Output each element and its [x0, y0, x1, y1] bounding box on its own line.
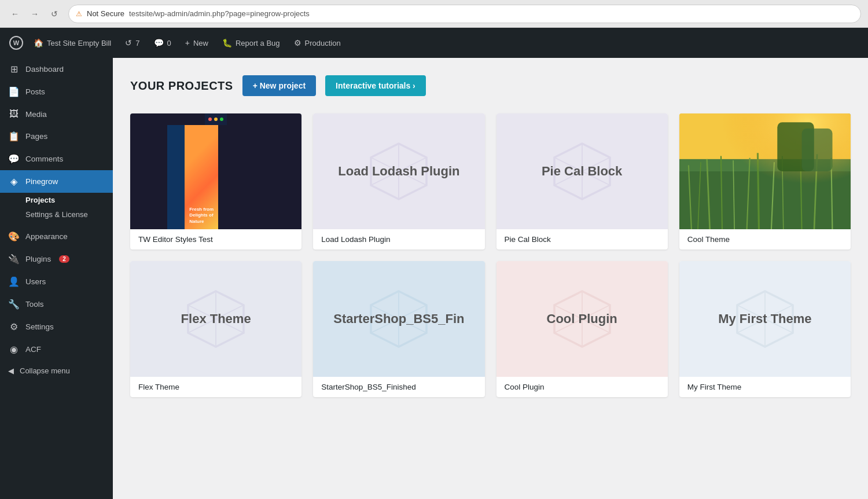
media-icon: 🖼 — [8, 109, 20, 119]
sidebar-item-comments[interactable]: 💬 Comments — [0, 148, 113, 170]
collapse-menu-item[interactable]: ◀ Collapse menu — [0, 361, 113, 381]
editor-sidebar-mini — [167, 125, 185, 229]
sidebar-item-pinegrow[interactable]: ◈ Pinegrow — [0, 170, 113, 193]
project-card-pie-cal[interactable]: Pie Cal Block Pie Cal Block — [496, 113, 668, 250]
sidebar-item-users[interactable]: 👤 Users — [0, 270, 113, 293]
sidebar-label-pinegrow: Pinegrow — [25, 177, 58, 186]
dot-green — [220, 118, 223, 121]
project-card-tw-editor[interactable]: Fresh fromDelights ofNature TW Editor St… — [130, 113, 301, 250]
sidebar-item-acf[interactable]: ◉ ACF — [0, 338, 113, 361]
report-bug-item[interactable]: 🐛 Report a Bug — [215, 28, 287, 58]
page-title: YOUR PROJECTS — [130, 79, 233, 93]
updates-item[interactable]: ↺ 7 — [118, 28, 146, 58]
project-card-flex-theme[interactable]: Flex Theme Flex Theme — [130, 261, 301, 397]
production-label: Production — [305, 39, 341, 47]
project-thumbnail-my-first-theme: My First Theme — [679, 261, 851, 377]
sidebar-label-media: Media — [25, 110, 47, 119]
project-card-starter-shop[interactable]: StarterShop_BS5_Fin StarterShop_BS5_Fini… — [313, 261, 484, 397]
sidebar-label-users: Users — [25, 277, 46, 286]
sidebar-item-plugins[interactable]: 🔌 Plugins 2 — [0, 248, 113, 270]
new-project-label: + New project — [253, 81, 306, 90]
editor-right-mini — [218, 125, 264, 229]
project-label-cool-plugin: Cool Plugin — [496, 377, 668, 397]
project-title-overlay-starter: StarterShop_BS5_Fin — [333, 311, 464, 326]
plugins-icon: 🔌 — [8, 254, 20, 265]
plugins-badge: 2 — [59, 255, 69, 263]
project-card-cool-plugin[interactable]: Cool Plugin Cool Plugin — [496, 261, 668, 397]
sidebar-item-posts[interactable]: 📄 Posts — [0, 80, 113, 103]
posts-icon: 📄 — [8, 86, 20, 97]
project-label-tw-editor: TW Editor Styles Test — [130, 229, 301, 250]
project-thumbnail-cool-theme — [679, 113, 851, 229]
sub-label-settings: Settings & License — [25, 210, 88, 219]
project-card-my-first-theme[interactable]: My First Theme My First Theme — [679, 261, 851, 397]
project-label-load-lodash: Load Lodash Plugin — [313, 229, 484, 250]
wp-layout: ⊞ Dashboard 📄 Posts 🖼 Media 📋 Pages 💬 Co… — [0, 58, 868, 499]
project-label-starter-shop: StarterShop_BS5_Finished — [313, 377, 484, 397]
new-project-button[interactable]: + New project — [242, 75, 316, 96]
sidebar-item-dashboard[interactable]: ⊞ Dashboard — [0, 58, 113, 80]
security-icon: ⚠ — [76, 10, 82, 18]
project-title-overlay-cool-plugin: Cool Plugin — [547, 311, 617, 326]
project-label-flex-theme: Flex Theme — [130, 377, 301, 397]
projects-grid: Fresh fromDelights ofNature TW Editor St… — [130, 113, 851, 397]
project-title-overlay-lodash: Load Lodash Plugin — [338, 164, 459, 179]
sidebar-label-settings: Settings — [25, 322, 54, 331]
sub-item-projects[interactable]: Projects — [25, 193, 113, 207]
project-card-cool-theme[interactable]: Cool Theme — [679, 113, 851, 250]
url-text: testsite/wp-admin/admin.php?page=pinegro… — [129, 9, 310, 18]
pinegrow-submenu: Projects Settings & License — [0, 193, 113, 225]
pages-icon: 📋 — [8, 131, 20, 142]
editor-overlay-text: Fresh fromDelights ofNature — [189, 207, 214, 225]
editor-body: Fresh fromDelights ofNature — [167, 125, 264, 229]
wp-logo[interactable]: W — [6, 28, 27, 58]
address-bar[interactable]: ⚠ Not Secure testsite/wp-admin/admin.php… — [68, 5, 861, 23]
dashboard-icon: ⊞ — [8, 64, 20, 75]
plus-icon: + — [185, 38, 190, 47]
sidebar-item-appearance[interactable]: 🎨 Appearance — [0, 225, 113, 248]
project-card-load-lodash[interactable]: Load Lodash Plugin Load Lodash Plugin — [313, 113, 484, 250]
collapse-icon: ◀ — [8, 366, 14, 375]
project-thumbnail-pie-cal: Pie Cal Block — [496, 113, 668, 229]
pinegrow-icon: ◈ — [8, 176, 20, 187]
project-thumbnail-cool-plugin: Cool Plugin — [496, 261, 668, 377]
sidebar-item-media[interactable]: 🖼 Media — [0, 103, 113, 125]
security-label: Not Secure — [87, 9, 124, 18]
project-title-overlay-flex: Flex Theme — [181, 311, 251, 326]
production-icon: ⚙ — [294, 38, 301, 47]
sidebar-label-posts: Posts — [25, 87, 45, 96]
browser-chrome: ← → ↺ ⚠ Not Secure testsite/wp-admin/adm… — [0, 0, 868, 28]
project-thumbnail-load-lodash: Load Lodash Plugin — [313, 113, 484, 229]
dot-yellow — [214, 118, 218, 121]
sidebar-label-plugins: Plugins — [25, 255, 51, 263]
back-button[interactable]: ← — [7, 6, 23, 22]
sidebar-label-dashboard: Dashboard — [25, 65, 64, 74]
home-icon: 🏠 — [34, 38, 43, 47]
site-name-item[interactable]: 🏠 Test Site Empty Bill — [27, 28, 118, 58]
project-title-overlay-my-first: My First Theme — [718, 311, 811, 326]
updates-count: 7 — [135, 39, 139, 47]
dot-red — [208, 118, 212, 121]
sidebar-item-settings[interactable]: ⚙ Settings — [0, 315, 113, 338]
tutorials-button[interactable]: Interactive tutorials › — [325, 75, 426, 96]
wp-admin-bar: W 🏠 Test Site Empty Bill ↺ 7 💬 0 + New 🐛… — [0, 28, 868, 58]
sidebar-label-tools: Tools — [25, 300, 44, 309]
sidebar-item-pages[interactable]: 📋 Pages — [0, 125, 113, 148]
reload-button[interactable]: ↺ — [46, 6, 62, 22]
main-content: YOUR PROJECTS + New project Interactive … — [113, 58, 868, 499]
bug-label: Report a Bug — [236, 39, 280, 47]
forward-button[interactable]: → — [27, 6, 43, 22]
collapse-label: Collapse menu — [20, 366, 70, 375]
sidebar-item-tools[interactable]: 🔧 Tools — [0, 293, 113, 315]
comments-item[interactable]: 💬 0 — [147, 28, 178, 58]
updates-icon: ↺ — [125, 38, 132, 47]
production-item[interactable]: ⚙ Production — [287, 28, 348, 58]
new-item[interactable]: + New — [178, 28, 215, 58]
project-thumbnail-tw-editor: Fresh fromDelights ofNature — [130, 113, 301, 229]
sub-item-settings[interactable]: Settings & License — [25, 207, 113, 222]
page-header: YOUR PROJECTS + New project Interactive … — [130, 75, 851, 96]
settings-icon: ⚙ — [8, 321, 20, 332]
editor-topbar — [205, 113, 227, 125]
svg-rect-17 — [801, 129, 832, 171]
project-thumbnail-flex-theme: Flex Theme — [130, 261, 301, 377]
